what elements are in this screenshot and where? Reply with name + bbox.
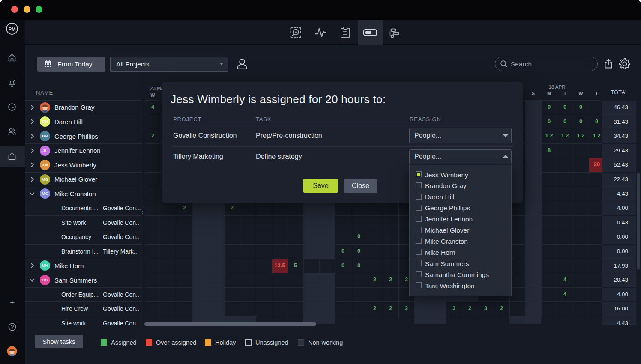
svg-text:PM: PM	[8, 27, 15, 32]
